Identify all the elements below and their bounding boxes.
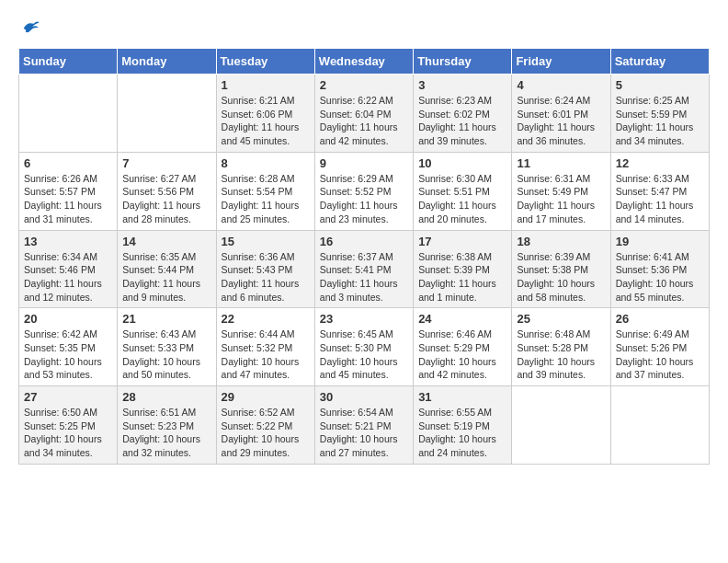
day-info: Sunrise: 6:50 AM Sunset: 5:25 PM Dayligh…	[24, 406, 112, 460]
calendar-cell: 8Sunrise: 6:28 AM Sunset: 5:54 PM Daylig…	[216, 152, 314, 230]
calendar-header-row: SundayMondayTuesdayWednesdayThursdayFrid…	[19, 49, 710, 75]
day-number: 7	[122, 156, 210, 170]
day-number: 1	[222, 78, 310, 92]
logo	[18, 18, 40, 39]
day-number: 28	[122, 390, 210, 404]
day-info: Sunrise: 6:33 AM Sunset: 5:47 PM Dayligh…	[616, 172, 704, 226]
day-number: 10	[418, 156, 506, 170]
calendar-header-wednesday: Wednesday	[314, 49, 413, 75]
day-number: 29	[222, 390, 310, 404]
calendar-cell: 24Sunrise: 6:46 AM Sunset: 5:29 PM Dayli…	[414, 308, 512, 386]
day-info: Sunrise: 6:46 AM Sunset: 5:29 PM Dayligh…	[418, 327, 506, 382]
calendar-week-row: 6Sunrise: 6:26 AM Sunset: 5:57 PM Daylig…	[19, 152, 710, 230]
day-number: 13	[24, 235, 112, 248]
day-number: 21	[122, 312, 210, 326]
day-info: Sunrise: 6:54 AM Sunset: 5:21 PM Dayligh…	[320, 406, 408, 460]
day-info: Sunrise: 6:28 AM Sunset: 5:54 PM Dayligh…	[222, 172, 310, 226]
calendar-cell: 29Sunrise: 6:52 AM Sunset: 5:22 PM Dayli…	[216, 386, 314, 465]
calendar-cell: 1Sunrise: 6:21 AM Sunset: 6:06 PM Daylig…	[216, 75, 314, 153]
calendar-cell: 12Sunrise: 6:33 AM Sunset: 5:47 PM Dayli…	[610, 152, 709, 230]
day-info: Sunrise: 6:39 AM Sunset: 5:38 PM Dayligh…	[517, 250, 605, 304]
calendar-header-friday: Friday	[512, 49, 610, 75]
day-number: 25	[517, 312, 605, 326]
day-number: 11	[517, 156, 605, 170]
day-info: Sunrise: 6:25 AM Sunset: 5:59 PM Dayligh…	[616, 94, 704, 148]
calendar-cell: 25Sunrise: 6:48 AM Sunset: 5:28 PM Dayli…	[512, 308, 610, 386]
calendar-header-thursday: Thursday	[414, 49, 512, 75]
day-number: 20	[24, 312, 112, 326]
day-number: 16	[320, 235, 408, 248]
day-info: Sunrise: 6:49 AM Sunset: 5:26 PM Dayligh…	[616, 327, 704, 382]
calendar-cell: 28Sunrise: 6:51 AM Sunset: 5:23 PM Dayli…	[118, 386, 216, 465]
day-number: 17	[418, 235, 506, 248]
day-info: Sunrise: 6:34 AM Sunset: 5:46 PM Dayligh…	[24, 250, 112, 304]
calendar-cell: 27Sunrise: 6:50 AM Sunset: 5:25 PM Dayli…	[19, 386, 118, 465]
calendar-cell: 17Sunrise: 6:38 AM Sunset: 5:39 PM Dayli…	[414, 230, 512, 308]
calendar-cell: 2Sunrise: 6:22 AM Sunset: 6:04 PM Daylig…	[314, 75, 413, 153]
day-number: 31	[418, 390, 506, 404]
day-number: 5	[616, 78, 704, 92]
calendar-cell: 18Sunrise: 6:39 AM Sunset: 5:38 PM Dayli…	[512, 230, 610, 308]
calendar-cell: 31Sunrise: 6:55 AM Sunset: 5:19 PM Dayli…	[414, 386, 512, 465]
day-number: 3	[418, 78, 506, 92]
day-info: Sunrise: 6:41 AM Sunset: 5:36 PM Dayligh…	[616, 250, 704, 304]
calendar-cell: 23Sunrise: 6:45 AM Sunset: 5:30 PM Dayli…	[314, 308, 413, 386]
day-number: 15	[222, 235, 310, 248]
calendar-week-row: 27Sunrise: 6:50 AM Sunset: 5:25 PM Dayli…	[19, 386, 710, 465]
day-info: Sunrise: 6:44 AM Sunset: 5:32 PM Dayligh…	[222, 327, 310, 382]
day-number: 4	[517, 78, 605, 92]
day-number: 22	[222, 312, 310, 326]
calendar-cell: 15Sunrise: 6:36 AM Sunset: 5:43 PM Dayli…	[216, 230, 314, 308]
calendar-cell: 10Sunrise: 6:30 AM Sunset: 5:51 PM Dayli…	[414, 152, 512, 230]
day-number: 30	[320, 390, 408, 404]
calendar-cell	[19, 75, 118, 153]
calendar-cell: 26Sunrise: 6:49 AM Sunset: 5:26 PM Dayli…	[610, 308, 709, 386]
logo-bird-icon	[20, 18, 40, 39]
calendar-cell	[610, 386, 709, 465]
day-number: 2	[320, 78, 408, 92]
day-number: 12	[616, 156, 704, 170]
day-info: Sunrise: 6:42 AM Sunset: 5:35 PM Dayligh…	[24, 327, 112, 382]
day-number: 9	[320, 156, 408, 170]
day-info: Sunrise: 6:24 AM Sunset: 6:01 PM Dayligh…	[517, 94, 605, 148]
calendar-week-row: 13Sunrise: 6:34 AM Sunset: 5:46 PM Dayli…	[19, 230, 710, 308]
calendar-cell: 14Sunrise: 6:35 AM Sunset: 5:44 PM Dayli…	[118, 230, 216, 308]
day-info: Sunrise: 6:51 AM Sunset: 5:23 PM Dayligh…	[122, 406, 210, 460]
calendar-week-row: 20Sunrise: 6:42 AM Sunset: 5:35 PM Dayli…	[19, 308, 710, 386]
day-number: 19	[616, 235, 704, 248]
calendar-cell: 5Sunrise: 6:25 AM Sunset: 5:59 PM Daylig…	[610, 75, 709, 153]
day-info: Sunrise: 6:26 AM Sunset: 5:57 PM Dayligh…	[24, 172, 112, 226]
day-info: Sunrise: 6:38 AM Sunset: 5:39 PM Dayligh…	[418, 250, 506, 304]
day-info: Sunrise: 6:23 AM Sunset: 6:02 PM Dayligh…	[418, 94, 506, 148]
day-info: Sunrise: 6:22 AM Sunset: 6:04 PM Dayligh…	[320, 94, 408, 148]
calendar-cell	[512, 386, 610, 465]
calendar-cell: 19Sunrise: 6:41 AM Sunset: 5:36 PM Dayli…	[610, 230, 709, 308]
calendar-cell: 22Sunrise: 6:44 AM Sunset: 5:32 PM Dayli…	[216, 308, 314, 386]
day-info: Sunrise: 6:29 AM Sunset: 5:52 PM Dayligh…	[320, 172, 408, 226]
day-number: 23	[320, 312, 408, 326]
calendar-cell: 20Sunrise: 6:42 AM Sunset: 5:35 PM Dayli…	[19, 308, 118, 386]
calendar-table: SundayMondayTuesdayWednesdayThursdayFrid…	[18, 48, 710, 465]
calendar-cell: 13Sunrise: 6:34 AM Sunset: 5:46 PM Dayli…	[19, 230, 118, 308]
day-number: 24	[418, 312, 506, 326]
calendar-header-sunday: Sunday	[19, 49, 118, 75]
day-number: 26	[616, 312, 704, 326]
day-info: Sunrise: 6:35 AM Sunset: 5:44 PM Dayligh…	[122, 250, 210, 304]
day-info: Sunrise: 6:27 AM Sunset: 5:56 PM Dayligh…	[122, 172, 210, 226]
day-info: Sunrise: 6:52 AM Sunset: 5:22 PM Dayligh…	[222, 406, 310, 460]
page-header	[18, 18, 710, 39]
day-info: Sunrise: 6:30 AM Sunset: 5:51 PM Dayligh…	[418, 172, 506, 226]
calendar-header-monday: Monday	[118, 49, 216, 75]
day-number: 8	[222, 156, 310, 170]
calendar-cell: 3Sunrise: 6:23 AM Sunset: 6:02 PM Daylig…	[414, 75, 512, 153]
calendar-cell	[118, 75, 216, 153]
calendar-cell: 21Sunrise: 6:43 AM Sunset: 5:33 PM Dayli…	[118, 308, 216, 386]
calendar-cell: 7Sunrise: 6:27 AM Sunset: 5:56 PM Daylig…	[118, 152, 216, 230]
calendar-cell: 4Sunrise: 6:24 AM Sunset: 6:01 PM Daylig…	[512, 75, 610, 153]
day-number: 6	[24, 156, 112, 170]
calendar-header-saturday: Saturday	[610, 49, 709, 75]
day-info: Sunrise: 6:45 AM Sunset: 5:30 PM Dayligh…	[320, 327, 408, 382]
day-number: 14	[122, 235, 210, 248]
day-info: Sunrise: 6:48 AM Sunset: 5:28 PM Dayligh…	[517, 327, 605, 382]
calendar-cell: 9Sunrise: 6:29 AM Sunset: 5:52 PM Daylig…	[314, 152, 413, 230]
